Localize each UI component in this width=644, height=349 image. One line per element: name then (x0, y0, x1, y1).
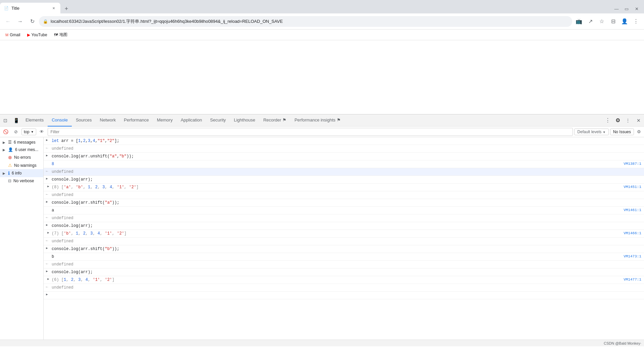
profile-button[interactable]: 👤 (619, 16, 630, 27)
bookmark-gmail[interactable]: M Gmail (3, 31, 23, 39)
filter-input[interactable] (48, 128, 573, 136)
menu-button[interactable]: ⋮ (631, 16, 641, 27)
tab-lighthouse[interactable]: Lighthouse (230, 114, 259, 127)
close-button[interactable]: ✕ (632, 4, 641, 13)
expand-arrow-1[interactable]: ▶ (44, 137, 50, 142)
line-ref-5[interactable]: VM1473:1 (621, 254, 644, 259)
browser-tab[interactable]: 📄 Title ✕ (0, 3, 60, 13)
expand-arrow-14[interactable]: ▶ (44, 245, 50, 250)
device-toolbar-button[interactable]: 📱 (11, 116, 21, 125)
expand-arrow-18[interactable]: ▶ (44, 276, 50, 281)
inspect-element-button[interactable]: ⊡ (1, 116, 10, 125)
expand-icon: ▶ (3, 171, 5, 175)
console-settings-button[interactable]: ⚙ (635, 128, 643, 136)
close-devtools-button[interactable]: ✕ (634, 116, 643, 125)
expand-arrow-placeholder: ← (44, 145, 50, 150)
no-issues-button[interactable]: No Issues (610, 129, 634, 135)
expand-icon: ▶ (3, 141, 5, 144)
expand-arrow-17[interactable]: ▶ (44, 268, 50, 273)
tab-console[interactable]: Console (48, 114, 72, 127)
default-levels-button[interactable]: Default levels ▼ (574, 129, 608, 135)
bookmark-youtube[interactable]: ▶ YouTube (24, 31, 50, 39)
expand-arrow-11[interactable]: ▶ (44, 222, 50, 227)
devtools-settings-button[interactable]: ⚙ (613, 116, 623, 125)
expand-arrow-16: ← (44, 261, 50, 266)
console-sidebar: ▶ ☰ 6 messages ▶ 👤 6 user mes... ▶ ⊗ No … (0, 137, 44, 340)
tab-memory[interactable]: Memory (153, 114, 177, 127)
sidebar-info-label: 6 info (12, 171, 21, 176)
console-entry-5: ▶ console.log(arr); (44, 176, 644, 184)
line-ref-3[interactable]: VM1461:1 (621, 207, 644, 213)
entry-content-5: console.log(arr); (50, 176, 644, 183)
clear-console-button[interactable]: 🚫 (1, 128, 10, 136)
tab-close-button[interactable]: ✕ (51, 5, 56, 11)
reload-button[interactable]: ↻ (27, 16, 38, 27)
tab-performance-insights[interactable]: Performance insights ⚑ (290, 114, 345, 127)
bookmark-gmail-label: Gmail (10, 33, 20, 37)
more-tabs-button[interactable]: ⋮ (602, 117, 613, 123)
tab-network[interactable]: Network (96, 114, 120, 127)
back-button[interactable]: ← (3, 16, 13, 27)
screen-cast-icon[interactable]: 📺 (574, 16, 584, 27)
split-screen-button[interactable]: ⊟ (608, 16, 619, 27)
context-chevron-icon: ▼ (31, 130, 34, 134)
entry-content-6: (8) ['a', 'b', 1, 2, 3, 4, '1', '2'] (50, 184, 621, 191)
entry-content-10: undefined (50, 214, 644, 222)
new-tab-button[interactable]: + (62, 4, 71, 13)
tab-sources[interactable]: Sources (72, 114, 96, 127)
console-entry-8: ▶ console.log(arr.shift("a")); (44, 199, 644, 207)
sidebar-item-info[interactable]: ▶ ℹ 6 info (0, 169, 43, 177)
more-options-button[interactable]: ⋮ (623, 116, 633, 125)
eye-button[interactable]: 👁 (38, 128, 46, 136)
lock-icon: 🔒 (43, 19, 48, 24)
sidebar-item-errors[interactable]: ▶ ⊗ No errors (0, 153, 43, 161)
address-bar[interactable]: 🔒 localhost:63342/JavaScript/lesson02/1.… (39, 16, 572, 27)
share-button[interactable]: ↗ (585, 16, 596, 27)
page-content-area (0, 40, 644, 114)
devtools-tabs: Elements Console Sources Network Perform… (21, 114, 602, 127)
console-entry-1-return: ← undefined (44, 145, 644, 153)
line-ref-6[interactable]: VM1477:1 (621, 277, 644, 282)
console-prompt[interactable]: ▶ (44, 292, 644, 299)
forward-button[interactable]: → (15, 16, 25, 27)
line-ref-2[interactable]: VM1451:1 (621, 184, 644, 190)
sidebar-errors-label: No errors (14, 155, 31, 160)
expand-arrow-12[interactable]: ▶ (44, 230, 50, 235)
entry-content-12: (7) ['b', 1, 2, 3, 4, '1', '2'] (50, 230, 621, 237)
tab-elements[interactable]: Elements (21, 114, 48, 127)
console-entry-17: ▶ console.log(arr); (44, 268, 644, 276)
gmail-icon: M (5, 33, 8, 37)
context-selector[interactable]: top ▼ (21, 129, 36, 135)
sidebar-item-user-messages[interactable]: ▶ 👤 6 user mes... (0, 146, 43, 153)
line-ref-4[interactable]: VM1466:1 (621, 231, 644, 236)
expand-arrow-5[interactable]: ▶ (44, 176, 50, 181)
default-levels-label: Default levels (577, 130, 601, 134)
console-entry-13: ← undefined (44, 238, 644, 245)
sidebar-item-messages[interactable]: ▶ ☰ 6 messages (0, 139, 43, 146)
sidebar-item-warnings[interactable]: ▶ ⚠ No warnings (0, 161, 43, 169)
console-entry-16: ← undefined (44, 261, 644, 268)
bookmark-youtube-label: YouTube (32, 33, 47, 37)
console-entry-6: ▶ (8) ['a', 'b', 1, 2, 3, 4, '1', '2'] V… (44, 184, 644, 191)
tab-recorder[interactable]: Recorder ⚑ (259, 114, 290, 127)
bookmark-maps[interactable]: 🗺 地图 (51, 31, 70, 39)
expand-arrow-19: ← (44, 284, 50, 289)
tab-security[interactable]: Security (206, 114, 230, 127)
filter-toggle-button[interactable]: ⊘ (11, 128, 20, 136)
console-output: ▶ let arr = [1,2,3,4,"1","2"]; ← undefin… (44, 137, 644, 340)
restore-button[interactable]: ▭ (622, 4, 631, 13)
sidebar-item-verbose[interactable]: ▶ ⊟ No verbose (0, 177, 43, 185)
info-icon: ℹ (8, 170, 10, 176)
minimize-button[interactable]: — (612, 4, 621, 13)
tab-performance[interactable]: Performance (120, 114, 153, 127)
expand-arrow-8[interactable]: ▶ (44, 199, 50, 204)
bookmark-maps-label: 地图 (59, 32, 67, 38)
tab-application[interactable]: Application (177, 114, 206, 127)
expand-arrow-2[interactable]: ▶ (44, 153, 50, 157)
bookmark-button[interactable]: ☆ (596, 16, 607, 27)
entry-return-content-1: undefined (50, 145, 644, 152)
prompt-content[interactable] (50, 292, 644, 299)
expand-arrow-6[interactable]: ▶ (44, 184, 50, 188)
line-ref-1[interactable]: VM1387:1 (621, 161, 644, 166)
user-icon: 👤 (8, 147, 13, 152)
